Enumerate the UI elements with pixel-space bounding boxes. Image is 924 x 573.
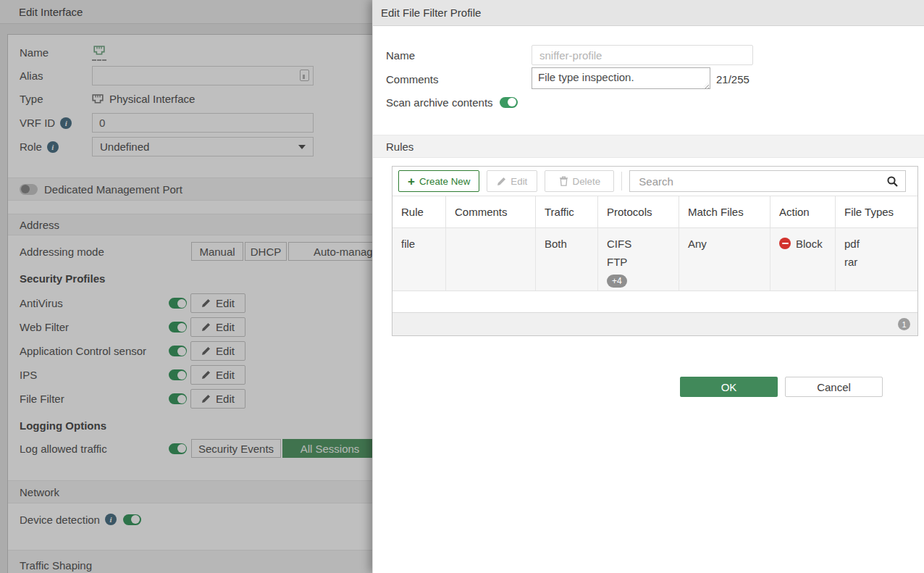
cell-rule: file: [392, 228, 446, 290]
comments-row: Comments File type inspection. 21/255: [386, 68, 924, 90]
comments-counter: 21/255: [716, 68, 749, 90]
col-header-traffic[interactable]: Traffic: [536, 196, 598, 227]
file-type-item: pdf: [844, 235, 909, 253]
cell-comments: [446, 228, 536, 290]
rules-table: Create New Edit Delete Rule Comme: [392, 166, 918, 336]
delete-label: Delete: [573, 176, 601, 187]
file-type-item: rar: [844, 253, 909, 271]
profile-name-input[interactable]: [532, 45, 753, 65]
block-icon: [779, 238, 791, 249]
create-new-label: Create New: [419, 176, 470, 187]
cell-match-files: Any: [679, 228, 770, 290]
scan-archive-row: Scan archive contents: [386, 92, 924, 112]
modal-title: Edit File Filter Profile: [381, 7, 481, 19]
modal-header: Edit File Filter Profile: [373, 0, 924, 26]
profile-name-row: Name: [386, 45, 924, 65]
toolbar-divider: [621, 172, 622, 191]
rules-section-band: Rules: [373, 135, 924, 158]
protocol-item: CIFS: [607, 235, 670, 253]
table-empty-row: [392, 291, 917, 312]
rules-toolbar: Create New Edit Delete: [392, 167, 917, 196]
col-header-comments[interactable]: Comments: [446, 196, 536, 227]
profile-name-label: Name: [386, 49, 415, 62]
edit-file-filter-modal: Edit File Filter Profile Name Comments F…: [372, 0, 924, 573]
col-header-protocols[interactable]: Protocols: [598, 196, 679, 227]
cell-traffic: Both: [536, 228, 598, 290]
delete-button[interactable]: Delete: [545, 170, 614, 192]
pagination-page-badge[interactable]: 1: [898, 318, 910, 330]
cancel-button[interactable]: Cancel: [785, 377, 883, 397]
search-input[interactable]: [630, 175, 905, 188]
cell-protocols: CIFS FTP +4: [598, 228, 679, 290]
create-new-button[interactable]: Create New: [398, 170, 479, 192]
col-header-file-types[interactable]: File Types: [836, 196, 917, 227]
protocols-overflow-badge: +4: [607, 275, 627, 288]
edit-button[interactable]: Edit: [487, 170, 537, 192]
scan-archive-toggle[interactable]: [500, 97, 518, 108]
table-header-row: Rule Comments Traffic Protocols Match Fi…: [392, 196, 917, 228]
cell-action: Block: [770, 228, 836, 290]
scan-archive-label: Scan archive contents: [386, 96, 493, 109]
comments-textarea[interactable]: File type inspection.: [532, 67, 710, 89]
action-label: Block: [796, 235, 823, 253]
pencil-icon: [497, 177, 506, 186]
cell-file-types: pdf rar: [836, 228, 917, 290]
table-row[interactable]: file Both CIFS FTP +4 Any Block pdf: [392, 228, 917, 291]
protocol-item: FTP: [607, 253, 670, 271]
rules-heading: Rules: [386, 141, 413, 153]
col-header-rule[interactable]: Rule: [392, 196, 446, 227]
col-header-action[interactable]: Action: [770, 196, 836, 227]
ok-button[interactable]: OK: [680, 377, 778, 397]
edit-label: Edit: [511, 176, 527, 187]
search-icon[interactable]: [886, 175, 899, 188]
plus-icon: [408, 175, 415, 188]
screen: Edit Interface Name Alias Type Physical …: [0, 0, 924, 573]
search-box: [629, 170, 906, 192]
comments-label: Comments: [386, 73, 439, 85]
table-footer: 1: [392, 312, 917, 335]
col-header-match-files[interactable]: Match Files: [679, 196, 770, 227]
trash-icon: [559, 176, 568, 186]
